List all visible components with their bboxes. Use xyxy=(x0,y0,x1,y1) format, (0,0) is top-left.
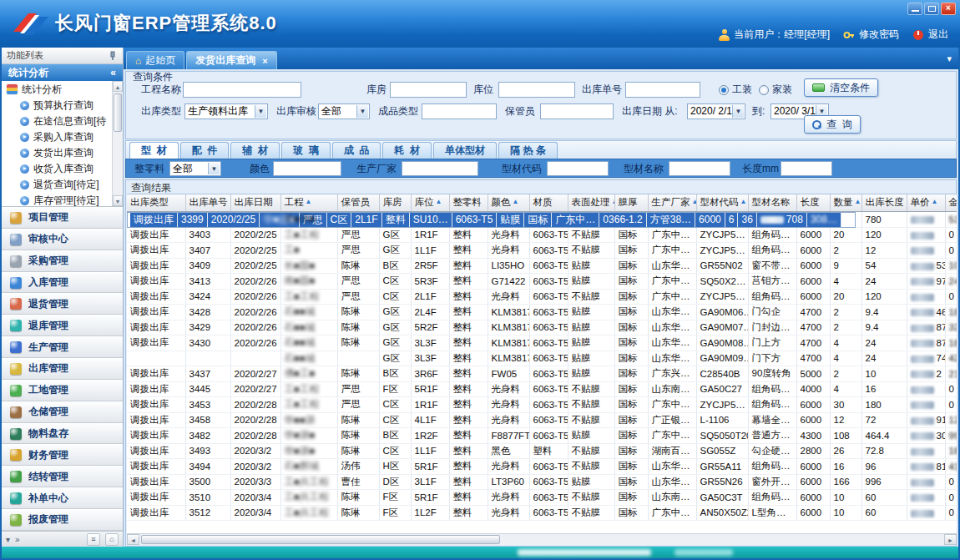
cell[interactable]: 门勾企 xyxy=(748,305,796,320)
cell[interactable]: C区 xyxy=(326,213,351,228)
cell[interactable]: 石■■城 xyxy=(280,335,337,351)
tab-close-icon[interactable]: × xyxy=(262,56,267,66)
cell[interactable]: 不贴膜 xyxy=(568,412,614,428)
cell[interactable]: 9.4 xyxy=(861,305,907,320)
cell[interactable]: 745 xyxy=(907,351,945,366)
cell[interactable]: 国标 xyxy=(614,258,648,274)
cell[interactable]: 3L3F xyxy=(411,335,449,351)
cell[interactable]: LI35HO xyxy=(488,258,529,274)
cell[interactable]: 整料 xyxy=(449,505,488,521)
cell[interactable]: 贴膜 xyxy=(568,335,614,351)
cell[interactable]: 3407 xyxy=(185,243,230,259)
cell[interactable]: 2020/2/26 xyxy=(230,335,280,351)
cell[interactable]: 山东华… xyxy=(648,351,696,366)
cell[interactable]: 241… xyxy=(945,274,957,290)
cell[interactable]: 光身料 xyxy=(488,381,529,397)
cell[interactable]: 6000 xyxy=(796,505,830,521)
cell[interactable]: GA90M07… xyxy=(696,320,748,335)
cell[interactable]: G区 xyxy=(379,351,411,366)
cell[interactable]: 6000 xyxy=(796,258,830,274)
cell[interactable]: 门封边… xyxy=(748,320,796,335)
cell[interactable]: 996 xyxy=(861,474,907,490)
cell[interactable] xyxy=(907,505,945,521)
cell[interactable]: 湖南百… xyxy=(648,443,696,459)
warehouse-input[interactable] xyxy=(390,82,467,98)
cell[interactable]: 6063-T5 xyxy=(529,490,568,506)
cell[interactable]: 9 xyxy=(830,258,861,274)
cell[interactable]: 3424 xyxy=(185,289,230,305)
table-row[interactable]: 调拨出库34532020/2/28工■工程严思C区1R1F整料光身料6063-T… xyxy=(127,397,957,413)
cell[interactable]: 勾企硬… xyxy=(748,443,796,459)
module-6[interactable]: 生产管理 xyxy=(2,336,123,358)
cell[interactable]: 41… xyxy=(945,459,957,475)
cell[interactable]: 工■工程 xyxy=(280,381,337,397)
cell[interactable]: 6063-T5 xyxy=(529,289,568,305)
cell[interactable] xyxy=(337,351,379,366)
cell[interactable]: 2 xyxy=(830,320,861,335)
scroll-up-icon[interactable]: ▲ xyxy=(113,81,123,92)
radio-work-install[interactable]: 工装 xyxy=(719,82,752,98)
cell[interactable]: 120 xyxy=(861,227,907,243)
cell[interactable]: 工■工程 xyxy=(280,289,337,305)
cell[interactable]: 3L3F xyxy=(411,351,449,366)
cell[interactable] xyxy=(127,351,185,366)
cell[interactable]: ZYCJP5… xyxy=(696,289,748,305)
cell[interactable]: H区 xyxy=(379,459,411,475)
cell[interactable]: 国标 xyxy=(614,505,648,521)
logout-button[interactable]: 退出 xyxy=(912,28,948,42)
cell[interactable]: 12 xyxy=(861,243,907,259)
cell[interactable]: 陈琳 xyxy=(337,505,379,521)
cell[interactable]: 光身料 xyxy=(488,227,529,243)
cell[interactable]: 972 xyxy=(907,274,945,290)
cell[interactable]: 3493 xyxy=(185,443,230,459)
cell[interactable]: 3437 xyxy=(185,366,230,382)
cell[interactable]: 182… xyxy=(945,443,957,459)
tree-root[interactable]: 统计分析 xyxy=(2,81,112,98)
cell[interactable]: 不贴膜 xyxy=(568,505,614,521)
cell[interactable]: GR55N02 xyxy=(696,258,748,274)
cell[interactable]: 123… xyxy=(945,412,957,428)
cell[interactable]: 严思 xyxy=(337,397,379,413)
cell[interactable]: 1L1F xyxy=(411,443,449,459)
cell[interactable]: 调拨出库 xyxy=(127,428,185,444)
module-13[interactable]: 补单中心 xyxy=(2,487,123,509)
cell[interactable]: C28540B xyxy=(696,366,748,382)
tree-item-0[interactable]: 预算执行查询 xyxy=(2,98,112,114)
cell[interactable]: LT3P60 xyxy=(488,474,529,490)
cell[interactable]: 整料 xyxy=(449,397,488,413)
collapse-icon[interactable]: « xyxy=(110,67,116,78)
cell[interactable]: 1R2F xyxy=(411,428,449,444)
cell[interactable]: 整料 xyxy=(449,351,488,366)
module-12[interactable]: 结转管理 xyxy=(2,466,123,487)
cell[interactable]: ZYCJP5… xyxy=(696,227,748,243)
cell[interactable]: 光身料 xyxy=(488,397,529,413)
chevron-down-icon[interactable]: ▾ xyxy=(6,535,10,544)
cell[interactable]: 3453 xyxy=(185,397,230,413)
column-header[interactable]: 颜色▲ xyxy=(488,194,529,211)
product-type-input[interactable] xyxy=(422,103,497,119)
cell[interactable]: 6000 xyxy=(796,243,830,259)
cell[interactable]: 广东中… xyxy=(648,289,696,305)
cell[interactable]: 6063-T5 xyxy=(452,213,497,228)
module-3[interactable]: 入库管理 xyxy=(2,272,123,294)
cell[interactable]: 国标 xyxy=(614,474,648,490)
menu-view-icon[interactable]: ≡ xyxy=(87,533,100,546)
cell[interactable]: 陈琳 xyxy=(337,366,379,382)
cell[interactable]: SQ50X2… xyxy=(696,274,748,290)
cell[interactable]: 调拨出库 xyxy=(127,381,185,397)
cell[interactable]: 72 xyxy=(861,412,907,428)
dropdown-caret-icon[interactable]: ▼ xyxy=(208,163,220,174)
cell[interactable]: 2020/2/27 xyxy=(230,381,280,397)
column-header[interactable]: 数量▲ xyxy=(830,194,861,211)
table-row[interactable]: 调拨出库34242020/2/26工■工程严思C区2L1F整料光身料6063-T… xyxy=(127,289,957,305)
cell[interactable]: 3458 xyxy=(185,412,230,428)
cell[interactable]: 2L1F xyxy=(411,289,449,305)
table-row[interactable]: 调拨出库34282020/2/26石■■城陈琳G区2L4F整料KLM381760… xyxy=(127,305,957,320)
cell[interactable]: 4 xyxy=(830,351,861,366)
cell[interactable]: B区 xyxy=(379,428,411,444)
cell[interactable]: C区 xyxy=(379,443,411,459)
cell[interactable]: 窗不带… xyxy=(748,258,796,274)
cell[interactable]: 2020/2/28 xyxy=(230,412,280,428)
cell[interactable]: 整料 xyxy=(449,459,488,475)
cell[interactable]: 国标 xyxy=(614,227,648,243)
